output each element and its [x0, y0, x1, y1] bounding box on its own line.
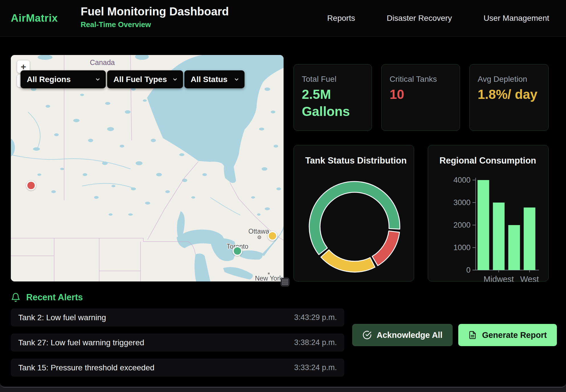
- nav-user-management[interactable]: User Management: [484, 14, 549, 23]
- alert-message: Tank 2: Low fuel warning: [18, 313, 106, 322]
- bell-icon: [11, 293, 21, 302]
- bar-chart: 01000200030004000MidwestWest: [428, 145, 549, 282]
- recent-alerts-header: Recent Alerts: [11, 292, 83, 303]
- chevron-down-icon: [234, 77, 239, 82]
- status-filter-select[interactable]: All Status: [184, 70, 245, 88]
- donut-segment-critical: [372, 231, 400, 266]
- alert-timestamp: 3:43:29 p.m.: [294, 313, 337, 322]
- bar-West: [524, 207, 536, 270]
- stat-value: 1.8%/ day: [478, 86, 540, 103]
- nav-disaster-recovery[interactable]: Disaster Recovery: [387, 14, 452, 23]
- page-subtitle: Real-Time Overview: [81, 20, 229, 29]
- acknowledge-all-label: Acknowledge All: [377, 330, 443, 340]
- check-circle-icon: [363, 330, 372, 340]
- regional-consumption-card: Regional Consumption 01000200030004000Mi…: [428, 145, 549, 281]
- tank-marker-warning[interactable]: [268, 231, 277, 241]
- tank-status-distribution-card: Tank Status Distribution: [294, 145, 414, 281]
- alert-timestamp: 3:38:24 p.m.: [294, 338, 337, 347]
- alert-timestamp: 3:33:24 p.m.: [294, 363, 337, 372]
- title-block: Fuel Monitoring Dashboard Real-Time Over…: [81, 5, 229, 29]
- svg-text:2000: 2000: [453, 221, 471, 229]
- report-file-icon: [468, 331, 477, 339]
- fuel-type-filter-value: All Fuel Types: [113, 75, 167, 84]
- acknowledge-all-button[interactable]: Acknowledge All: [352, 324, 453, 346]
- stat-value: 2.5M Gallons: [302, 86, 364, 120]
- dashboard-window: AirMatrix Fuel Monitoring Dashboard Real…: [0, 0, 566, 387]
- stat-label: Avg Depletion: [478, 75, 540, 84]
- bar-Midwest: [493, 203, 505, 270]
- svg-text:West: West: [520, 275, 539, 282]
- fuel-type-filter-select[interactable]: All Fuel Types: [107, 70, 183, 88]
- chevron-down-icon: [172, 77, 178, 82]
- recent-alerts-title: Recent Alerts: [26, 292, 83, 303]
- alert-row[interactable]: Tank 27: Low fuel warning triggered 3:38…: [11, 334, 344, 352]
- map-label-ottawa: Ottawa: [249, 228, 269, 235]
- svg-text:4000: 4000: [453, 176, 471, 184]
- top-nav: Reports Disaster Recovery User Managemen…: [327, 0, 549, 36]
- chevron-down-icon: [95, 77, 101, 82]
- stat-value: 10: [390, 86, 452, 103]
- alert-message: Tank 27: Low fuel warning triggered: [18, 338, 144, 347]
- header: AirMatrix Fuel Monitoring Dashboard Real…: [0, 0, 566, 36]
- nav-reports[interactable]: Reports: [327, 14, 355, 23]
- bar-series-2: [508, 225, 520, 270]
- generate-report-button[interactable]: Generate Report: [458, 324, 557, 346]
- status-filter-value: All Status: [191, 75, 227, 84]
- alert-message: Tank 15: Pressure threshold exceeded: [18, 363, 154, 372]
- svg-text:0: 0: [466, 266, 471, 274]
- stat-label: Critical Tanks: [390, 75, 452, 84]
- map-canvas[interactable]: Canada Ottawa Toronto New York: [11, 55, 284, 281]
- stat-card-avg-depletion: Avg Depletion 1.8%/ day: [469, 64, 549, 131]
- svg-text:1000: 1000: [453, 243, 471, 252]
- region-filter-value: All Regions: [27, 75, 71, 84]
- bar-series-0: [478, 180, 489, 270]
- stat-label: Total Fuel: [302, 75, 364, 84]
- map-panel[interactable]: Canada Ottawa Toronto New York + All Reg…: [11, 55, 284, 281]
- map-label-canada: Canada: [90, 58, 115, 66]
- map-filter-bar: All Regions All Fuel Types All Status: [21, 70, 245, 88]
- brand-logo[interactable]: AirMatrix: [11, 0, 58, 36]
- dots-grid-icon: [282, 279, 288, 285]
- resize-grid-handle[interactable]: [281, 278, 289, 286]
- alert-row[interactable]: Tank 15: Pressure threshold exceeded 3:3…: [11, 359, 344, 377]
- tank-marker-normal[interactable]: [233, 246, 242, 256]
- new-york-town-icon: [268, 273, 270, 274]
- stat-card-critical-tanks: Critical Tanks 10: [381, 64, 460, 131]
- donut-segment-warning: [321, 250, 375, 272]
- region-filter-select[interactable]: All Regions: [21, 70, 106, 88]
- map-label-new-york: New York: [255, 275, 283, 281]
- svg-text:Midwest: Midwest: [484, 275, 514, 282]
- tank-marker-critical[interactable]: [26, 181, 36, 190]
- ottawa-town-dot: [259, 237, 260, 238]
- alert-row[interactable]: Tank 2: Low fuel warning 3:43:29 p.m.: [11, 309, 344, 326]
- page-title: Fuel Monitoring Dashboard: [81, 5, 229, 18]
- stat-card-total-fuel: Total Fuel 2.5M Gallons: [294, 64, 372, 131]
- svg-text:3000: 3000: [453, 198, 471, 207]
- donut-chart: [294, 145, 414, 282]
- generate-report-label: Generate Report: [482, 330, 547, 340]
